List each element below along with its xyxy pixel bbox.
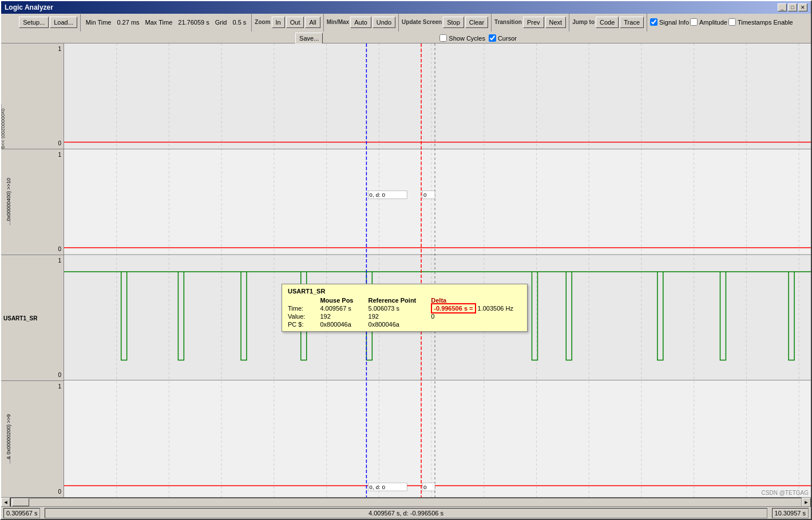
waveform-area[interactable]: 0, d: 0 0 0, d: 0 0 0, d: 0 0 USART1_SR [64,43,811,497]
scrollbar-horizontal[interactable]: ◄ ► [1,497,811,506]
show-cycles-label: Show Cycles [449,35,485,42]
sig2-label-top: 1 [58,152,61,158]
load-button[interactable]: Load... [50,17,77,28]
zoom-label: Zoom [255,19,270,25]
status-right: 10.30957 s [772,508,809,518]
signal-label-4: 1 0 ...& 0x00000200) >>9 [1,381,64,497]
timestamps-checkbox-label[interactable]: Timestamps Enable [728,18,793,26]
amplitude-checkbox[interactable] [690,18,698,26]
tooltip-grid: Mouse Pos Reference Point Delta Time: 4.… [288,297,521,328]
zoom-out-button[interactable]: Out [286,17,304,28]
cursor-checkbox[interactable] [489,34,496,42]
sig4-name: ...& 0x00000200) >>9 [6,381,11,497]
transition-label: Transition [494,19,522,25]
tooltip-header-mousepos: Mouse Pos [320,297,361,304]
update-clear-button[interactable]: Clear [465,17,488,28]
scroll-left-arrow[interactable]: ◄ [1,498,10,507]
title-bar-controls: _ □ ✕ [778,3,807,11]
status-bar: 0.309567 s 4.009567 s, d: -0.996506 s 10… [1,506,811,519]
tooltip-header-refpoint: Reference Point [369,297,425,304]
close-button[interactable]: ✕ [798,3,807,11]
scrollbar-thumb[interactable] [12,498,29,506]
tooltip-value-ref: 192 [369,313,425,320]
sig3-label-bottom: 0 [58,372,61,378]
show-cycles-checkbox-label[interactable]: Show Cycles [439,34,485,42]
grid-label: Grid [213,19,229,26]
tooltip-time-delta: -0.996506 s = [431,303,476,313]
sep7 [647,13,647,31]
amplitude-checkbox-label[interactable]: Amplitude [690,18,727,26]
status-right-text: 10.30957 s [775,510,806,517]
update-stop-button[interactable]: Stop [443,17,464,28]
svg-text:0,   d: 0: 0, d: 0 [369,192,385,198]
signal-info-label: Signal Info [659,19,689,26]
min-time-label: Min Time [84,19,114,26]
jump-trace-button[interactable]: Trace [620,17,644,28]
svg-text:0,   d: 0: 0, d: 0 [369,484,385,490]
sep6 [569,13,569,31]
update-screen-label: Update Screen [402,19,442,25]
status-left-text: 0.309567 s [6,510,37,517]
status-center: 4.009567 s, d: -0.996506 s [45,508,767,518]
min-time-value: 0.27 ms [114,19,141,26]
signal-tooltip: USART1_SR Mouse Pos Reference Point Delt… [282,284,528,332]
svg-rect-1 [64,149,811,255]
max-time-label: Max Time [143,19,175,26]
cursor-label: Cursor [498,35,517,42]
sep1 [80,13,81,31]
sig2-name: ...0x00000400) >>10 [6,149,11,255]
svg-rect-0 [64,43,811,149]
signal-info-checkbox[interactable] [650,18,657,26]
tooltip-time-mouse: 4.009567 s [320,305,361,312]
minmax-label: Min/Max [327,19,349,25]
sep5 [491,13,492,31]
maximize-button[interactable]: □ [788,3,797,11]
toolbar-row-2: Save... Show Cycles Cursor [295,33,517,44]
sig1-label-bottom: 0 [58,140,61,146]
sep4 [398,13,399,31]
main-window: Logic Analyzer _ □ ✕ Setup... Load... Mi… [0,0,812,520]
toolbar-row-1: Setup... Load... Min Time 0.27 ms Max Ti… [19,13,793,31]
timestamps-label: Timestamps Enable [738,19,793,26]
tooltip-time-label: Time: [288,305,313,312]
tooltip-time-ref: 5.006073 s [369,305,425,312]
signal-info-checkbox-label[interactable]: Signal Info [650,18,689,26]
amplitude-label: Amplitude [699,19,727,26]
svg-rect-3 [64,380,811,497]
tooltip-title: USART1_SR [288,288,521,295]
transition-prev-button[interactable]: Prev [523,17,544,28]
minmax-undo-button[interactable]: Undo [373,17,395,28]
tooltip-value-delta: 0 [431,313,521,320]
watermark: CSDN @TETGAG [762,490,809,496]
tooltip-header-blank [288,297,313,304]
sig4-label-top: 1 [58,383,61,390]
window-title: Logic Analyzer [5,3,53,11]
transition-next-button[interactable]: Next [545,17,567,28]
jump-code-button[interactable]: Code [596,17,619,28]
sig3-label-top: 1 [58,257,61,264]
signal-label-3: 1 0 USART1_SR [1,255,64,381]
svg-text:0: 0 [423,192,427,198]
timestamps-checkbox[interactable] [728,18,736,26]
signal-label-1: 1 0 ...0x00000200) >>9 [1,43,64,149]
show-cycles-checkbox[interactable] [439,34,447,42]
grid-value: 0.5 s [230,19,248,26]
cursor-checkbox-label[interactable]: Cursor [489,34,517,42]
minmax-auto-button[interactable]: Auto [350,17,371,28]
main-content: 1 0 ...0x00000200) >>9 1 0 ...0x00000400… [1,43,811,497]
sig2-label-bottom: 0 [58,246,61,252]
zoom-all-button[interactable]: All [305,17,320,28]
tooltip-pcs-mouse: 0x800046a [320,321,361,328]
minimize-button[interactable]: _ [778,3,787,11]
scrollbar-track[interactable] [10,498,802,507]
signal-label-2: 1 0 ...0x00000400) >>10 [1,149,64,255]
status-center-text: 4.009567 s, d: -0.996506 s [369,510,443,517]
zoom-in-button[interactable]: In [272,17,285,28]
scroll-right-arrow[interactable]: ► [802,498,811,507]
setup-button[interactable]: Setup... [19,17,49,28]
save-button[interactable]: Save... [295,33,323,44]
tooltip-value-mouse: 192 [320,313,361,320]
svg-text:0: 0 [423,484,427,490]
sep2 [251,13,252,31]
jump-label: Jump to [572,19,595,25]
